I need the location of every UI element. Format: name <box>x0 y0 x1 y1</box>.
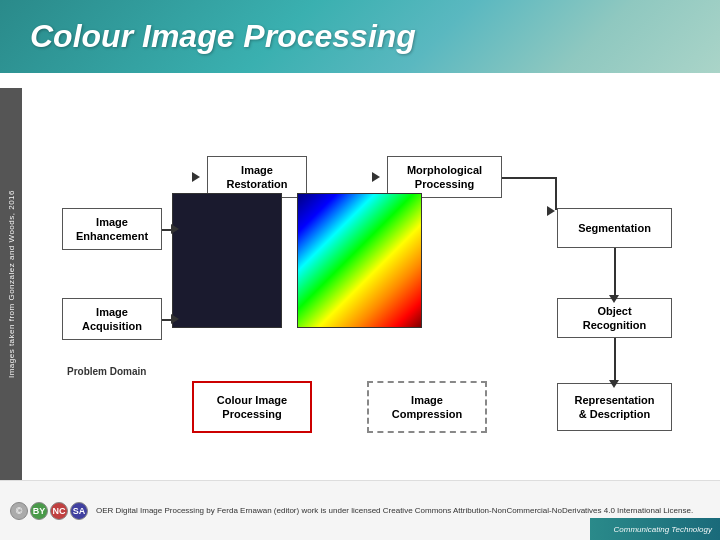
arrowhead-enh <box>171 224 179 234</box>
header-title: Colour Image Processing <box>30 18 416 54</box>
arrow-morph-seg-vert <box>555 178 557 210</box>
sidebar-label: Images taken from Gonzalez and Woods, 20… <box>0 88 22 480</box>
arrowhead-seg-to-obj <box>609 295 619 303</box>
arrowhead-to-seg <box>547 206 555 216</box>
box-image-enhancement: ImageEnhancement <box>62 208 162 250</box>
sa-icon: SA <box>70 502 88 520</box>
cc-icon: © <box>10 502 28 520</box>
arrowhead-obj-to-rep <box>609 380 619 388</box>
nc-icon: NC <box>50 502 68 520</box>
box-representation-description: Representation& Description <box>557 383 672 431</box>
slide: Colour Image Processing Images taken fro… <box>0 0 720 540</box>
dark-image <box>172 193 282 328</box>
problem-domain-label: Problem Domain <box>67 366 146 377</box>
box-image-restoration: Image Restoration <box>207 156 307 198</box>
box-colour-image-processing: Colour ImageProcessing <box>192 381 312 433</box>
cc-icons: © BY NC SA <box>10 502 88 520</box>
box-morphological-processing: MorphologicalProcessing <box>387 156 502 198</box>
sidebar-text: Images taken from Gonzalez and Woods, 20… <box>7 190 16 378</box>
footer: © BY NC SA OER Digital Image Processing … <box>0 480 720 540</box>
arrowhead-acq <box>171 314 179 324</box>
thermal-image <box>297 193 422 328</box>
footer-text: OER Digital Image Processing by Ferda Er… <box>96 505 693 516</box>
box-segmentation: Segmentation <box>557 208 672 248</box>
brand-bar: Communicating Technology <box>590 518 720 540</box>
header: Colour Image Processing <box>0 0 720 73</box>
arrow-morph-to-seg <box>502 177 557 179</box>
by-icon: BY <box>30 502 48 520</box>
brand-text: Communicating Technology <box>614 525 712 534</box>
arrow-seg-to-obj <box>614 248 616 298</box>
box-object-recognition: ObjectRecognition <box>557 298 672 338</box>
bullet-icon-morphological <box>372 172 380 182</box>
arrow-obj-to-rep <box>614 338 616 383</box>
box-image-compression: ImageCompression <box>367 381 487 433</box>
box-image-acquisition: ImageAcquisition <box>62 298 162 340</box>
bullet-icon-restoration <box>192 172 200 182</box>
diagram: Image Restoration MorphologicalProcessin… <box>37 98 705 470</box>
main-content: Image Restoration MorphologicalProcessin… <box>22 88 720 480</box>
